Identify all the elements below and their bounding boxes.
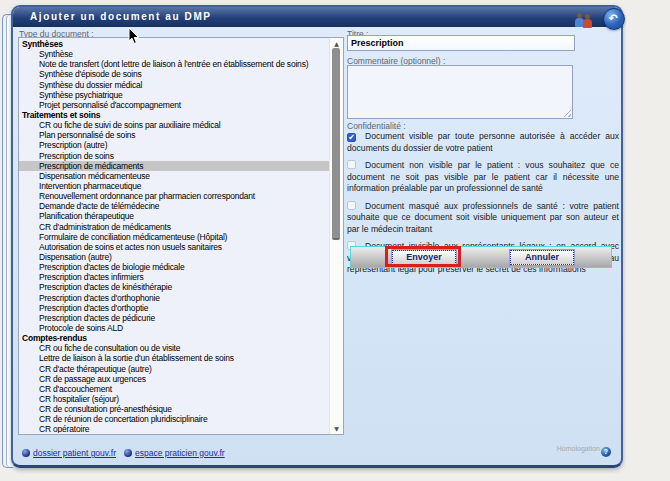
dossier-patient-link[interactable]: dossier patient gouv.fr bbox=[33, 448, 116, 458]
add-document-dialog: Ajouter un document au DMP ↶ Type du doc… bbox=[11, 5, 623, 468]
confidentiality-option: ✔Document visible par toute personne aut… bbox=[347, 131, 619, 154]
list-item[interactable]: Planification thérapeutique bbox=[19, 211, 330, 221]
list-item[interactable]: Prescription de soins bbox=[19, 151, 330, 161]
help-icon[interactable]: ? bbox=[601, 447, 611, 457]
resize-grip-icon[interactable] bbox=[563, 109, 571, 117]
checkbox-unchecked[interactable] bbox=[347, 201, 356, 210]
list-item[interactable]: Renouvellement ordonnance par pharmacien… bbox=[19, 191, 330, 201]
list-item[interactable]: Prescription d'actes de biologie médical… bbox=[19, 262, 330, 272]
list-item[interactable]: Intervention pharmaceutique bbox=[19, 181, 330, 191]
list-item[interactable]: Prescription d'actes de kinésithérapie bbox=[19, 282, 330, 292]
patients-icon[interactable] bbox=[575, 13, 595, 29]
list-item[interactable]: Formulaire de conciliation médicamenteus… bbox=[19, 232, 330, 242]
list-item[interactable]: Protocole de soins ALD bbox=[19, 323, 330, 333]
list-item[interactable]: CR hospitalier (séjour) bbox=[19, 394, 330, 404]
list-item[interactable]: CR d'accouchement bbox=[19, 384, 330, 394]
comment-textarea[interactable] bbox=[347, 65, 573, 119]
list-item[interactable]: CR opératoire bbox=[19, 424, 330, 433]
option-text: Document non visible par le patient : vo… bbox=[347, 160, 619, 193]
list-item[interactable]: Prescription (autre) bbox=[19, 140, 330, 150]
globe-icon bbox=[22, 449, 30, 457]
checkbox-unchecked[interactable] bbox=[347, 160, 356, 169]
list-item[interactable]: Synthèse psychiatrique bbox=[19, 90, 330, 100]
homologation-note: Homologation? bbox=[557, 445, 611, 457]
list-item[interactable]: Lettre de liaison à la sortie d'un établ… bbox=[19, 353, 330, 363]
list-item-selected[interactable]: Prescription de médicaments bbox=[19, 161, 330, 171]
footer-links: dossier patient gouv.frespace praticien … bbox=[22, 448, 233, 458]
globe-icon bbox=[124, 449, 132, 457]
list-item[interactable]: CR d'acte thérapeutique (autre) bbox=[19, 364, 330, 374]
list-item[interactable]: Prescription d'actes d'orthophonie bbox=[19, 293, 330, 303]
list-item[interactable]: Demande d'acte de télémédecine bbox=[19, 201, 330, 211]
scroll-down-icon[interactable]: ▼ bbox=[330, 425, 343, 432]
document-type-list: SynthèsesSynthèseNote de transfert (dont… bbox=[19, 39, 330, 433]
list-item[interactable]: CR ou fiche de suivi de soins par auxili… bbox=[19, 120, 330, 130]
list-item[interactable]: Dispensation (autre) bbox=[19, 252, 330, 262]
scroll-up-icon[interactable]: ▲ bbox=[330, 40, 343, 47]
person-red-icon bbox=[583, 14, 592, 29]
list-item[interactable]: Prescription d'actes infirmiers bbox=[19, 272, 330, 282]
list-item[interactable]: Dispensation médicamenteuse bbox=[19, 171, 330, 181]
list-item[interactable]: Autorisation de soins et actes non usuel… bbox=[19, 242, 330, 252]
scrollbar-thumb[interactable] bbox=[332, 48, 340, 240]
list-item[interactable]: CR d'administration de médicaments bbox=[19, 222, 330, 232]
list-item[interactable]: CR ou fiche de consultation ou de visite bbox=[19, 343, 330, 353]
list-item[interactable]: Synthèse d'épisode de soins bbox=[19, 69, 330, 79]
list-group-header: Synthèses bbox=[19, 39, 330, 49]
option-text: Document masqué aux professionnels de sa… bbox=[347, 201, 619, 234]
document-type-listbox[interactable]: SynthèsesSynthèseNote de transfert (dont… bbox=[18, 37, 344, 435]
confidentiality-option: Document non visible par le patient : vo… bbox=[347, 160, 619, 195]
list-item[interactable]: CR de passage aux urgences bbox=[19, 374, 330, 384]
action-button-bar: Envoyer Annuler bbox=[350, 246, 612, 268]
list-item[interactable]: Plan personnalisé de soins bbox=[19, 130, 330, 140]
list-item[interactable]: CR de réunion de concertation pluridisci… bbox=[19, 414, 330, 424]
list-item[interactable]: Projet personnalisé d'accompagnement bbox=[19, 100, 330, 110]
title-input[interactable] bbox=[347, 35, 575, 51]
option-text: Document visible par toute personne auto… bbox=[347, 131, 619, 153]
espace-praticien-link[interactable]: espace praticien gouv.fr bbox=[135, 448, 225, 458]
list-item[interactable]: Synthèse bbox=[19, 49, 330, 59]
back-arrow-icon[interactable]: ↶ bbox=[603, 8, 625, 30]
checkbox-checked[interactable]: ✔ bbox=[347, 133, 356, 142]
list-item[interactable]: Synthèse du dossier médical bbox=[19, 80, 330, 90]
dialog-titlebar: Ajouter un document au DMP ↶ bbox=[13, 7, 621, 27]
dialog-title: Ajouter un document au DMP bbox=[30, 11, 212, 22]
list-group-header: Traitements et soins bbox=[19, 110, 330, 120]
send-button[interactable]: Envoyer bbox=[392, 250, 456, 265]
confidentiality-label: Confidentialité : bbox=[347, 121, 406, 131]
list-item[interactable]: Prescription d'actes d'orthoptie bbox=[19, 303, 330, 313]
list-scrollbar[interactable]: ▲ ▼ bbox=[329, 38, 343, 434]
list-item[interactable]: CR de consultation pré-anesthésique bbox=[19, 404, 330, 414]
list-group-header: Comptes-rendus bbox=[19, 333, 330, 343]
list-item[interactable]: Note de transfert (dont lettre de liaiso… bbox=[19, 59, 330, 69]
mouse-cursor-icon bbox=[128, 27, 140, 45]
cancel-button[interactable]: Annuler bbox=[510, 250, 574, 265]
confidentiality-option: Document masqué aux professionnels de sa… bbox=[347, 201, 619, 236]
list-item[interactable]: Prescription d'actes de pédicurie bbox=[19, 313, 330, 323]
